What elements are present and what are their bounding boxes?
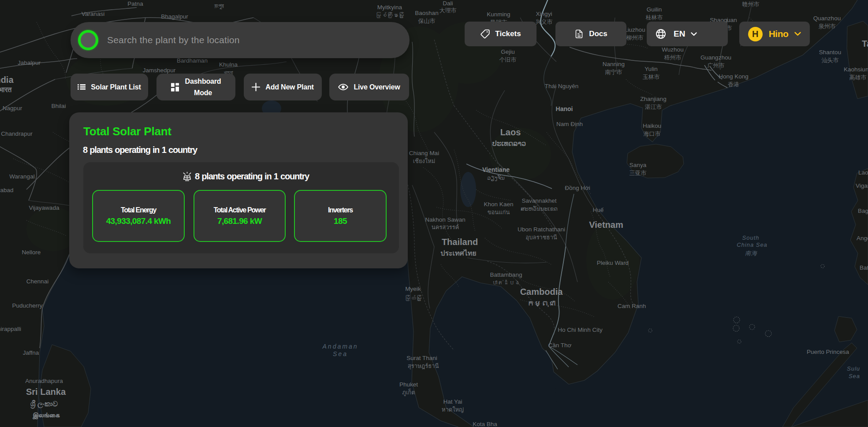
- svg-text:Cambodia: Cambodia: [520, 287, 563, 297]
- svg-text:Kaohsiung: Kaohsiung: [844, 66, 868, 73]
- svg-text:Hanoi: Hanoi: [556, 105, 573, 112]
- svg-text:Savannakhet: Savannakhet: [522, 197, 557, 204]
- svg-text:Vietnam: Vietnam: [589, 220, 623, 230]
- svg-text:Bat: Bat: [860, 264, 868, 271]
- svg-text:Chennai: Chennai: [26, 278, 48, 285]
- svg-text:Yulin: Yulin: [644, 66, 657, 72]
- svg-text:兴义市: 兴义市: [536, 19, 553, 25]
- svg-text:梧州市: 梧州市: [664, 54, 682, 61]
- svg-text:Ange: Ange: [857, 235, 868, 241]
- svg-text:泉州市: 泉州市: [819, 23, 836, 30]
- svg-text:Chandrapur: Chandrapur: [1, 130, 33, 137]
- svg-text:Huế: Huế: [593, 207, 604, 213]
- svg-text:Nagpur: Nagpur: [3, 105, 22, 111]
- svg-text:Vientiane: Vientiane: [482, 166, 510, 173]
- svg-text:Quanzhou: Quanzhou: [813, 15, 841, 22]
- svg-text:Phuket: Phuket: [399, 381, 418, 388]
- svg-text:भारत: भारत: [0, 86, 12, 93]
- svg-text:三亚市: 三亚市: [630, 170, 647, 176]
- svg-text:南宁市: 南宁市: [605, 69, 622, 75]
- svg-text:Nam Định: Nam Định: [556, 121, 583, 127]
- svg-text:Sea: Sea: [849, 373, 860, 379]
- svg-text:Hong Kong: Hong Kong: [719, 73, 749, 80]
- svg-text:玉林市: 玉林市: [643, 74, 660, 80]
- svg-text:Puerto Princesa: Puerto Princesa: [807, 349, 849, 355]
- svg-text:ສະຫວັນນະເຂດ: ສະຫວັນນະເຂດ: [521, 205, 558, 212]
- svg-text:রংপুর: রংপুর: [214, 3, 224, 10]
- svg-text:Wuzhou: Wuzhou: [662, 46, 683, 53]
- svg-text:Zhanjiang: Zhanjiang: [640, 96, 666, 102]
- svg-text:赣州市: 赣州市: [742, 1, 760, 7]
- svg-text:hirappalli: hirappalli: [0, 326, 21, 332]
- svg-text:Laos: Laos: [500, 127, 521, 137]
- svg-text:Myeik: Myeik: [405, 286, 421, 292]
- svg-text:Sea: Sea: [333, 350, 348, 357]
- svg-text:Gejiu: Gejiu: [501, 48, 515, 55]
- svg-text:南海: 南海: [745, 250, 757, 256]
- svg-text:Ubon Ratchathani: Ubon Ratchathani: [518, 226, 565, 233]
- svg-text:Thailand: Thailand: [442, 237, 478, 247]
- svg-text:香港: 香港: [728, 81, 739, 88]
- svg-text:ภูเก็ต: ภูเก็ต: [402, 388, 415, 396]
- svg-text:Vigan: Vigan: [856, 182, 868, 189]
- svg-text:မြစ်ကြီးနားမြို့: မြစ်ကြီးနားမြို့: [376, 12, 404, 19]
- svg-text:Andaman: Andaman: [322, 343, 358, 350]
- svg-text:ວຽງຈັນ: ວຽງຈັນ: [487, 175, 505, 181]
- svg-text:Cam Ranh: Cam Ranh: [618, 303, 646, 309]
- svg-text:Jabalpur: Jabalpur: [18, 59, 41, 66]
- svg-text:大理市: 大理市: [440, 7, 457, 14]
- svg-text:Jaffna: Jaffna: [23, 349, 39, 356]
- svg-text:Shantou: Shantou: [819, 49, 841, 56]
- svg-text:个旧市: 个旧市: [499, 56, 517, 63]
- svg-text:Cần Thơ: Cần Thơ: [548, 342, 572, 349]
- svg-text:Patna: Patna: [127, 0, 143, 7]
- svg-text:Nakhon Sawan: Nakhon Sawan: [425, 216, 466, 223]
- svg-text:อุบลราชธานี: อุบลราชธานี: [525, 234, 557, 241]
- svg-text:បាត់ដំបង: បាត់ដំបង: [492, 279, 521, 286]
- svg-text:Pleiku Ward: Pleiku Ward: [597, 260, 629, 266]
- svg-text:Laoa: Laoa: [858, 169, 868, 176]
- svg-text:Puducherry: Puducherry: [12, 302, 42, 309]
- svg-text:Guangzhou: Guangzhou: [700, 54, 731, 61]
- svg-text:កម្ពុជា: កម្ពុជា: [527, 300, 555, 307]
- svg-text:Kunming: Kunming: [487, 11, 510, 18]
- svg-text:Surat Thani: Surat Thani: [406, 355, 437, 361]
- svg-text:China Sea: China Sea: [737, 241, 767, 248]
- svg-text:海口市: 海口市: [644, 130, 661, 137]
- svg-text:นครสวรรค์: นครสวรรค์: [432, 224, 459, 230]
- svg-text:Vijayawada: Vijayawada: [29, 204, 60, 211]
- svg-text:இலங்கை: இலங்கை: [32, 411, 60, 420]
- svg-text:Khon Kaen: Khon Kaen: [484, 201, 514, 208]
- svg-text:Nanning: Nanning: [603, 61, 625, 67]
- svg-text:Bhagalpur: Bhagalpur: [161, 13, 188, 20]
- svg-text:Baoshan: Baoshan: [415, 10, 438, 16]
- svg-text:South: South: [742, 234, 760, 241]
- svg-text:Bagu: Bagu: [858, 208, 868, 214]
- svg-text:Chiang Mai: Chiang Mai: [409, 150, 439, 156]
- svg-text:Xingyi: Xingyi: [536, 11, 552, 17]
- svg-text:Bhilai: Bhilai: [51, 103, 66, 109]
- svg-text:Dali: Dali: [443, 0, 453, 7]
- svg-text:เชียงใหม่: เชียงใหม่: [413, 158, 436, 164]
- svg-text:Ho Chi Minh City: Ho Chi Minh City: [558, 327, 603, 333]
- svg-text:汕头市: 汕头市: [822, 57, 839, 63]
- svg-text:Kota Bha: Kota Bha: [473, 421, 497, 427]
- svg-text:Myitkyina: Myitkyina: [377, 4, 402, 11]
- svg-text:Sanya: Sanya: [630, 162, 647, 168]
- svg-text:ขอนแก่น: ขอนแก่น: [488, 209, 510, 215]
- svg-text:Sri Lanka: Sri Lanka: [26, 387, 66, 397]
- svg-text:หาดใหญ่: หาดใหญ่: [442, 406, 464, 413]
- svg-text:ປະເທດລາວ: ປະເທດລາວ: [492, 140, 526, 147]
- svg-text:Sulu: Sulu: [847, 365, 860, 372]
- svg-text:Nellore: Nellore: [22, 249, 41, 256]
- svg-text:မြိတ်မြို့: မြိတ်မြို့: [405, 295, 422, 301]
- svg-text:ndia: ndia: [0, 75, 14, 85]
- svg-text:สุราษฎร์ธานี: สุราษฎร์ธานี: [408, 363, 439, 370]
- svg-text:Guilin: Guilin: [647, 6, 662, 13]
- svg-text:高雄市: 高雄市: [849, 74, 867, 81]
- svg-text:Khulna: Khulna: [219, 61, 238, 68]
- svg-text:Thái Nguyên: Thái Nguyên: [545, 83, 579, 89]
- svg-text:Liuzhou: Liuzhou: [624, 26, 645, 33]
- svg-text:Varanasi: Varanasi: [82, 11, 104, 17]
- svg-text:柳州市: 柳州市: [626, 34, 644, 41]
